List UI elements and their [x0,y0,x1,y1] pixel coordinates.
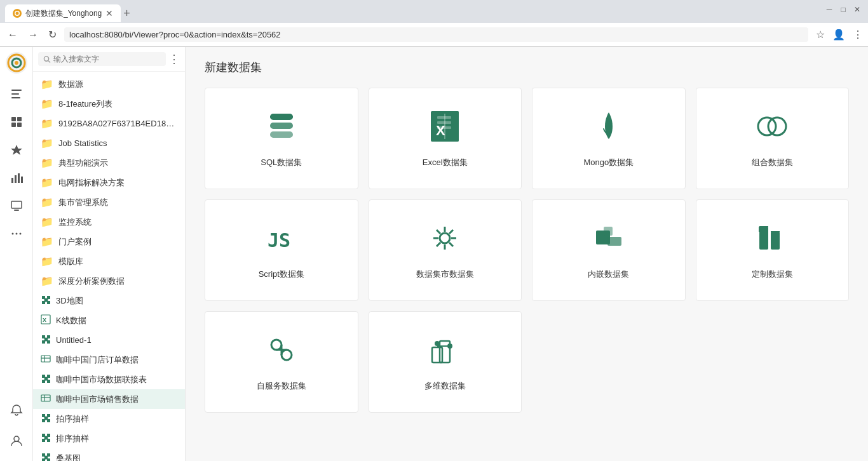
sidebar-item-feature[interactable]: 📁8-1feature列表 [33,94,185,114]
refresh-button[interactable]: ↻ [46,27,59,42]
dataset-card-label: 内嵌数据集 [588,269,629,280]
dataset-card-multidim[interactable]: 多维数据集 [369,311,522,413]
dataset-card-label: 定制数据集 [752,269,793,280]
address-input-wrap [64,27,808,42]
sidebar-item-deep[interactable]: 📁深度分析案例数据 [33,271,185,291]
dataset-card-label: 多维数据集 [424,380,466,392]
svg-point-6 [15,61,18,65]
address-input[interactable] [69,30,803,39]
forward-button[interactable]: → [25,28,41,42]
svg-rect-13 [17,123,22,127]
svg-rect-60 [607,237,621,246]
sidebar-item-label: 深度分析案例数据 [58,276,125,287]
search-input[interactable] [53,55,161,63]
dataset-card-label: Script数据集 [259,269,304,280]
folder-icon: 📁 [41,216,53,228]
nav-chart-icon[interactable] [4,165,29,190]
table-icon [41,354,51,366]
sidebar-item-monitor[interactable]: 📁监控系统 [33,212,185,232]
nav-star-icon[interactable] [4,137,29,163]
nav-dashboard-icon[interactable] [4,109,29,135]
sidebar-item-rank[interactable]: 排序抽样 [33,429,185,448]
dataset-card-script[interactable]: JS Script数据集 [205,199,358,301]
close-button[interactable]: ✕ [851,4,863,15]
dataset-card-excel[interactable]: X Excel数据集 [369,88,522,189]
nav-monitor-icon[interactable] [4,193,29,218]
dataset-card-self-service[interactable]: 自服务数据集 [205,311,358,413]
sidebar-item-datasource[interactable]: 📁数据源 [33,74,185,94]
browser-menu-icon[interactable]: ⋮ [853,29,863,41]
tab-close-button[interactable]: ✕ [105,8,113,18]
sidebar-item-typical[interactable]: 📁典型功能演示 [33,153,185,173]
combo-dataset-icon [754,109,790,147]
folder-icon: 📁 [41,157,53,169]
dataset-card-mongo[interactable]: Mongo数据集 [532,88,686,189]
puzzle-icon [41,452,51,461]
nav-link-icon[interactable] [4,81,29,107]
minimize-button[interactable]: ─ [824,4,835,15]
sidebar-menu-icon[interactable]: ⋮ [168,52,180,66]
dataset-grid: SQL数据集 X Excel数据集 Mongo数据集 组合数据集 JS Scri… [205,88,849,413]
account-icon[interactable]: 👤 [832,29,845,41]
svg-point-47 [758,117,776,135]
sidebar-item-label: 8-1feature列表 [58,98,112,110]
sidebar-item-sample[interactable]: 拍序抽样 [33,409,185,429]
dataset-card-combo[interactable]: 组合数据集 [696,88,850,189]
sidebar-item-market[interactable]: 📁集市管理系统 [33,192,185,212]
sidebar-item-kline[interactable]: X K线数据 [33,311,185,330]
folder-icon: 📁 [41,137,53,149]
svg-rect-18 [21,177,23,183]
svg-rect-17 [18,173,20,183]
svg-point-25 [14,436,19,441]
nav-more-icon[interactable] [4,221,29,246]
mongo-dataset-icon [591,109,627,147]
custom-dataset-icon [754,220,790,258]
sidebar-item-label: 咖啡中国市场数据联接表 [56,374,147,385]
sidebar-item-job-stats[interactable]: 📁Job Statistics [33,133,185,153]
sidebar-item-coffee-order[interactable]: 咖啡中国门店订单数据 [33,350,185,370]
folder-icon: 📁 [41,177,53,189]
dataset-card-label: 自服务数据集 [257,380,306,392]
sidebar-item-3dmap[interactable]: 3D地图 [33,291,185,311]
sidebar-item-label: 监控系统 [58,217,92,228]
search-icon [43,55,51,63]
address-bar: ← → ↻ ☆ 👤 ⋮ [0,23,868,47]
maximize-button[interactable]: □ [837,4,849,15]
svg-line-27 [48,60,50,62]
self-service-dataset-icon [264,332,299,370]
puzzle-icon [41,432,51,444]
sidebar-item-portal[interactable]: 📁门户案例 [33,232,185,251]
svg-point-39 [270,114,293,120]
app-logo[interactable] [6,52,27,74]
nav-bell-icon[interactable] [4,398,29,423]
tab-title: 创建数据集_Yonghong [25,8,102,19]
svg-rect-71 [432,347,442,363]
sidebar-item-coffee-sales[interactable]: 咖啡中国市场销售数据 [33,389,185,409]
svg-point-48 [768,117,786,135]
market-dataset-icon [427,220,463,258]
sidebar-item-coffee-market[interactable]: 咖啡中国市场数据联接表 [33,370,185,389]
new-tab-button[interactable]: + [123,7,130,20]
sidebar-item-template[interactable]: 📁模版库 [33,251,185,271]
nav-user-icon[interactable] [4,428,29,453]
active-tab[interactable]: 创建数据集_Yonghong ✕ [5,4,121,22]
dataset-card-market-ds[interactable]: 数据集市数据集 [369,199,522,301]
sidebar-item-untitled[interactable]: Untitled-1 [33,330,185,350]
table-icon [41,393,51,405]
svg-rect-12 [11,123,16,127]
sidebar-item-boxplot[interactable]: 桑基图 [33,448,185,461]
sidebar-item-power[interactable]: 📁电网指标解决方案 [33,173,185,192]
dataset-card-label: Excel数据集 [423,157,468,168]
sidebar-item-label: 3D地图 [56,295,83,307]
dataset-card-embed[interactable]: 内嵌数据集 [532,199,686,301]
dataset-card-sql[interactable]: SQL数据集 [205,88,358,189]
back-button[interactable]: ← [5,28,20,42]
svg-text:JS: JS [268,229,290,251]
svg-point-23 [15,233,17,235]
dataset-card-custom[interactable]: 定制数据集 [696,199,850,301]
svg-rect-9 [11,97,20,98]
bookmark-icon[interactable]: ☆ [816,29,825,41]
sidebar-item-label: 排序抽样 [56,433,89,444]
sidebar-item-label: 典型功能演示 [58,157,108,169]
sidebar-item-hash[interactable]: 📁9192BA8A027F6371B4ED18A5C6 [33,114,185,133]
